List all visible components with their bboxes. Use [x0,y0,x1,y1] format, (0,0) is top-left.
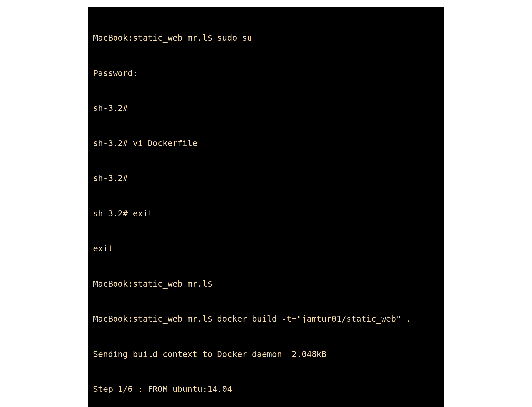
terminal-line: exit [93,243,439,255]
terminal-window[interactable]: MacBook:static_web mr.l$ sudo su Passwor… [88,7,444,407]
terminal-line: sh-3.2# exit [93,208,439,220]
terminal-line: sh-3.2# vi Dockerfile [93,138,439,149]
terminal-line: MacBook:static_web mr.l$ sudo su [93,32,439,44]
terminal-line: MacBook:static_web mr.l$ [93,278,439,290]
terminal-line: sh-3.2# [93,172,439,184]
terminal-line: Step 1/6 : FROM ubuntu:14.04 [93,383,439,395]
terminal-line: sh-3.2# [93,102,439,114]
terminal-line: Sending build context to Docker daemon 2… [93,348,439,360]
terminal-line: Password: [93,67,439,79]
terminal-line: MacBook:static_web mr.l$ docker build -t… [93,313,439,325]
